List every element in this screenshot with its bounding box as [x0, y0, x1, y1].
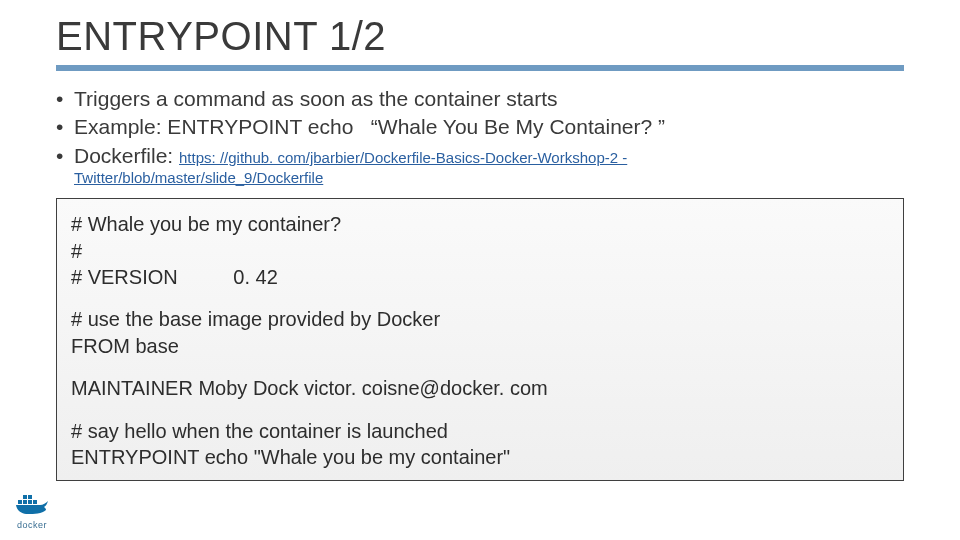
code-blank — [71, 290, 889, 306]
code-line: # — [71, 238, 889, 264]
code-line: # VERSION 0. 42 — [71, 264, 889, 290]
code-line: # use the base image provided by Docker — [71, 306, 889, 332]
bullet-text: Dockerfile: https: //github. com/jbarbie… — [74, 142, 904, 170]
docker-logo-text: docker — [12, 520, 52, 530]
bullet-dot-icon: • — [56, 85, 74, 113]
whale-icon — [14, 492, 50, 514]
svg-rect-0 — [18, 500, 22, 504]
bullet-label: Dockerfile: — [74, 144, 179, 167]
code-line: MAINTAINER Moby Dock victor. coisne@dock… — [71, 375, 889, 401]
bullet-list: • Triggers a command as soon as the cont… — [56, 85, 904, 188]
svg-rect-4 — [23, 495, 27, 499]
code-blank — [71, 359, 889, 375]
bullet-item: • Example: ENTRYPOINT echo “Whale You Be… — [56, 113, 904, 141]
code-box: # Whale you be my container? # # VERSION… — [56, 198, 904, 481]
svg-rect-3 — [33, 500, 37, 504]
svg-rect-5 — [28, 495, 32, 499]
bullet-text: Example: ENTRYPOINT echo “Whale You Be M… — [74, 113, 904, 141]
code-line: FROM base — [71, 333, 889, 359]
bullet-item: • Dockerfile: https: //github. com/jbarb… — [56, 142, 904, 170]
title-rule — [56, 65, 904, 71]
dockerfile-link[interactable]: https: //github. com/jbarbier/Dockerfile… — [179, 149, 627, 166]
docker-logo: docker — [12, 492, 52, 530]
code-blank — [71, 402, 889, 418]
slide-title: ENTRYPOINT 1/2 — [56, 14, 904, 59]
bullet-dot-icon: • — [56, 113, 74, 141]
dockerfile-link-cont[interactable]: Twitter/blob/master/slide_9/Dockerfile — [74, 168, 904, 188]
svg-rect-1 — [23, 500, 27, 504]
code-line: # Whale you be my container? — [71, 211, 889, 237]
bullet-item: • Triggers a command as soon as the cont… — [56, 85, 904, 113]
bullet-text: Triggers a command as soon as the contai… — [74, 85, 904, 113]
bullet-dot-icon: • — [56, 142, 74, 170]
slide: ENTRYPOINT 1/2 • Triggers a command as s… — [0, 0, 960, 540]
code-line: ENTRYPOINT echo "Whale you be my contain… — [71, 444, 889, 470]
code-line: # say hello when the container is launch… — [71, 418, 889, 444]
svg-rect-2 — [28, 500, 32, 504]
